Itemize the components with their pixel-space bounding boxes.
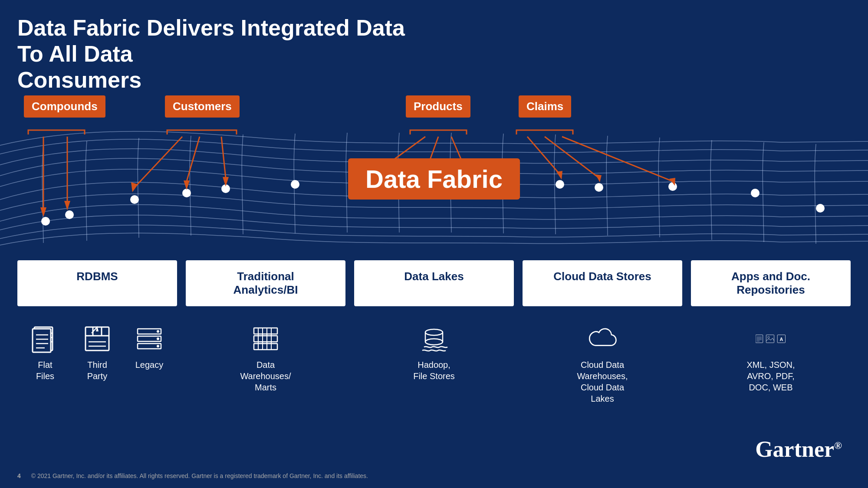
bottom-section: RDBMS TraditionalAnalytics/BI Data Lakes… <box>0 260 868 404</box>
legacy-label: Legacy <box>135 359 164 370</box>
svg-point-52 <box>157 337 159 340</box>
datalakes-icons: Hadoop,File Stores <box>354 324 514 404</box>
hadoop-icon <box>419 324 449 354</box>
data-warehouse-label: DataWarehouses/Marts <box>240 359 291 393</box>
data-fabric-label: Data Fabric <box>348 158 520 200</box>
svg-point-12 <box>751 189 760 197</box>
data-warehouse-icon <box>250 324 281 354</box>
svg-point-2 <box>130 195 139 204</box>
svg-line-20 <box>187 137 200 181</box>
claims-label: Claims <box>519 95 571 118</box>
third-party-icon <box>82 324 112 354</box>
svg-marker-31 <box>556 171 562 180</box>
svg-rect-56 <box>254 344 277 350</box>
apps-icons: A <box>756 324 786 354</box>
category-rdbms: RDBMS <box>17 260 177 306</box>
gartner-logo: Gartner® <box>755 436 842 462</box>
svg-rect-65 <box>756 335 763 343</box>
svg-point-71 <box>768 337 769 338</box>
cloud-icon <box>587 324 618 354</box>
third-party-label: ThirdParty <box>87 359 108 382</box>
page-number: 4 <box>17 472 21 479</box>
hadoop-item: Hadoop,File Stores <box>413 324 455 382</box>
svg-line-22 <box>221 137 226 178</box>
svg-point-11 <box>668 182 677 191</box>
legacy-item: Legacy <box>130 324 169 370</box>
data-warehouse-item: DataWarehouses/Marts <box>240 324 291 393</box>
svg-point-0 <box>41 217 50 226</box>
cloud-label: Cloud DataWarehouses,Cloud DataLakes <box>577 359 628 404</box>
icons-row: FlatFiles ThirdParty <box>17 324 851 404</box>
analytics-icons: DataWarehouses/Marts <box>186 324 345 404</box>
svg-point-64 <box>425 339 443 345</box>
categories-row: RDBMS TraditionalAnalytics/BI Data Lakes… <box>17 260 851 306</box>
svg-point-53 <box>157 345 159 347</box>
appsrepos-icons: A XML, JSON,AVRO, PDF,DOC, WEB <box>691 324 851 404</box>
footer: 4 © 2021 Gartner, Inc. and/or its affili… <box>17 472 368 479</box>
compounds-label: Compounds <box>24 95 105 118</box>
svg-marker-21 <box>184 180 190 190</box>
svg-rect-55 <box>254 336 277 342</box>
copyright-text: © 2021 Gartner, Inc. and/or its affiliat… <box>31 472 368 479</box>
xml-item: A XML, JSON,AVRO, PDF,DOC, WEB <box>746 324 795 393</box>
products-label: Products <box>406 95 470 118</box>
svg-rect-41 <box>33 329 51 352</box>
category-datalakes: Data Lakes <box>354 260 514 306</box>
flat-files-icon <box>30 324 60 354</box>
svg-line-18 <box>135 137 182 187</box>
svg-point-61 <box>425 329 443 335</box>
svg-point-13 <box>816 204 825 213</box>
svg-text:A: A <box>779 337 783 342</box>
cloudstores-icons: Cloud DataWarehouses,Cloud DataLakes <box>523 324 682 404</box>
svg-point-10 <box>595 183 603 192</box>
svg-marker-19 <box>131 182 138 192</box>
cloud-item: Cloud DataWarehouses,Cloud DataLakes <box>577 324 628 404</box>
svg-line-34 <box>562 137 673 181</box>
svg-line-32 <box>545 137 599 178</box>
svg-rect-54 <box>254 328 277 334</box>
third-party-item: ThirdParty <box>78 324 117 382</box>
svg-marker-33 <box>595 174 602 182</box>
rdbms-icons: FlatFiles ThirdParty <box>17 324 177 404</box>
category-cloudstores: Cloud Data Stores <box>523 260 682 306</box>
svg-point-1 <box>65 210 74 219</box>
flat-files-label: FlatFiles <box>36 359 54 382</box>
customers-label: Customers <box>165 95 240 118</box>
svg-point-5 <box>291 180 299 189</box>
category-appsrepos: Apps and Doc.Repositories <box>691 260 851 306</box>
category-analytics: TraditionalAnalytics/BI <box>186 260 345 306</box>
hadoop-label: Hadoop,File Stores <box>413 359 455 382</box>
svg-point-9 <box>556 180 564 189</box>
fabric-area: Compounds Customers Products Claims Data… <box>0 74 868 265</box>
svg-point-51 <box>157 330 159 333</box>
flat-files-item: FlatFiles <box>26 324 65 382</box>
legacy-icon <box>134 324 164 354</box>
xml-label: XML, JSON,AVRO, PDF,DOC, WEB <box>746 359 795 393</box>
